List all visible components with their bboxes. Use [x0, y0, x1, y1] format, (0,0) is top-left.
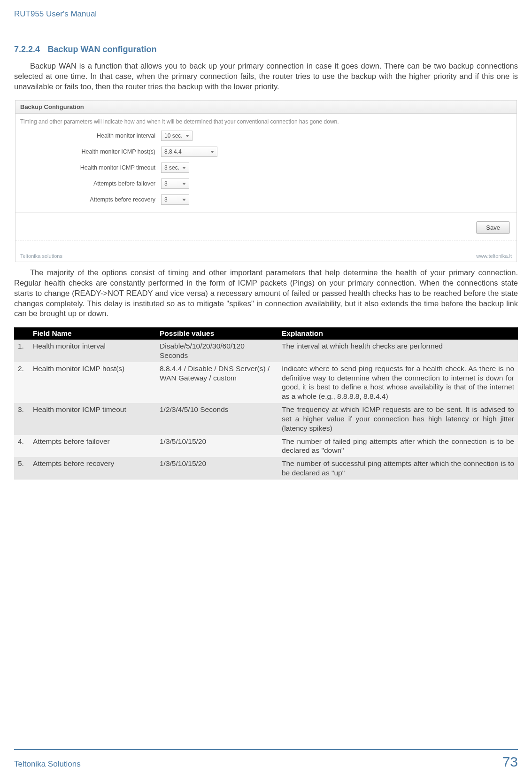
chevron-down-icon: [185, 135, 189, 137]
explain-paragraph: The majority of the options consist of t…: [14, 268, 518, 319]
cell-expl: The frequency at which ICMP requests are…: [278, 403, 518, 434]
cell-num: 4.: [14, 435, 29, 457]
select-failover[interactable]: 3: [161, 178, 189, 189]
doc-header: RUT955 User's Manual: [14, 9, 518, 19]
cell-expl: The interval at which health checks are …: [278, 340, 518, 362]
backup-config-screenshot: Backup Configuration Timing and other pa…: [15, 100, 517, 262]
th-num: [14, 327, 29, 340]
form-row-icmp-host: Health monitor ICMP host(s) 8.8.4.4: [15, 144, 517, 160]
cell-field: Attempts before failover: [29, 435, 156, 457]
cell-field: Health monitor ICMP host(s): [29, 362, 156, 403]
cell-field: Health monitor ICMP timeout: [29, 403, 156, 434]
select-recovery-value: 3: [164, 196, 168, 203]
table-row: 3. Health monitor ICMP timeout 1/2/3/4/5…: [14, 403, 518, 434]
label-icmp-timeout: Health monitor ICMP timeout: [15, 164, 161, 171]
intro-paragraph-text: Backup WAN is a function that allows you…: [14, 62, 518, 91]
select-recovery[interactable]: 3: [161, 194, 189, 205]
cell-field: Attempts before recovery: [29, 457, 156, 480]
cell-field: Health monitor interval: [29, 340, 156, 362]
label-failover: Attempts before failover: [15, 180, 161, 187]
form-row-interval: Health monitor interval 10 sec.: [15, 128, 517, 144]
chevron-down-icon: [182, 199, 186, 201]
panel-hint: Timing and other parameters will indicat…: [15, 114, 517, 128]
cell-vals: 1/3/5/10/15/20: [156, 435, 278, 457]
chevron-down-icon: [182, 167, 186, 169]
cell-expl: Indicate where to send ping requests for…: [278, 362, 518, 403]
explain-paragraph-text: The majority of the options consist of t…: [14, 268, 518, 318]
label-interval: Health monitor interval: [15, 132, 161, 139]
footer-brand: Teltonika Solutions: [14, 760, 81, 769]
footer-left: Teltonika solutions: [20, 253, 62, 259]
label-icmp-host: Health monitor ICMP host(s): [15, 148, 161, 155]
section-title: Backup WAN configuration: [48, 45, 157, 54]
cell-vals: 1/2/3/4/5/10 Seconds: [156, 403, 278, 434]
select-icmp-timeout-value: 3 sec.: [164, 164, 179, 171]
select-failover-value: 3: [164, 180, 168, 187]
cell-expl: The number of successful ping attempts a…: [278, 457, 518, 480]
th-vals: Possible values: [156, 327, 278, 340]
table-row: 2. Health monitor ICMP host(s) 8.8.4.4 /…: [14, 362, 518, 403]
cell-vals: 1/3/5/10/15/20: [156, 457, 278, 480]
footer-right: www.teltonika.lt: [476, 253, 512, 259]
chevron-down-icon: [210, 151, 214, 153]
page-footer: Teltonika Solutions 73: [14, 749, 518, 770]
section-number: 7.2.2.4: [14, 45, 40, 54]
select-icmp-host-value: 8.8.4.4: [164, 148, 182, 155]
save-row: Save: [15, 212, 517, 240]
cell-num: 1.: [14, 340, 29, 362]
table-row: 1. Health monitor interval Disable/5/10/…: [14, 340, 518, 362]
table-row: 4. Attempts before failover 1/3/5/10/15/…: [14, 435, 518, 457]
table-row: 5. Attempts before recovery 1/3/5/10/15/…: [14, 457, 518, 480]
fields-table: Field Name Possible values Explanation 1…: [14, 327, 518, 480]
cell-num: 2.: [14, 362, 29, 403]
form-row-icmp-timeout: Health monitor ICMP timeout 3 sec.: [15, 160, 517, 176]
select-interval-value: 10 sec.: [164, 132, 183, 139]
screenshot-footer: Teltonika solutions www.teltonika.lt: [15, 240, 517, 262]
cell-vals: 8.8.4.4 / Disable / DNS Server(s) / WAN …: [156, 362, 278, 403]
select-interval[interactable]: 10 sec.: [161, 131, 193, 141]
intro-paragraph: Backup WAN is a function that allows you…: [14, 61, 518, 92]
cell-num: 3.: [14, 403, 29, 434]
th-expl: Explanation: [278, 327, 518, 340]
form-row-recovery: Attempts before recovery 3: [15, 192, 517, 208]
section-heading: 7.2.2.4 Backup WAN configuration: [14, 45, 518, 54]
select-icmp-host[interactable]: 8.8.4.4: [161, 147, 217, 157]
chevron-down-icon: [182, 183, 186, 185]
page-number: 73: [502, 754, 518, 770]
cell-expl: The number of failed ping attempts after…: [278, 435, 518, 457]
label-recovery: Attempts before recovery: [15, 196, 161, 203]
form-row-failover: Attempts before failover 3: [15, 176, 517, 192]
cell-num: 5.: [14, 457, 29, 480]
select-icmp-timeout[interactable]: 3 sec.: [161, 163, 189, 173]
cell-vals: Disable/5/10/20/30/60/120 Seconds: [156, 340, 278, 362]
th-field: Field Name: [29, 327, 156, 340]
panel-title: Backup Configuration: [15, 101, 517, 114]
save-button[interactable]: Save: [476, 221, 510, 234]
